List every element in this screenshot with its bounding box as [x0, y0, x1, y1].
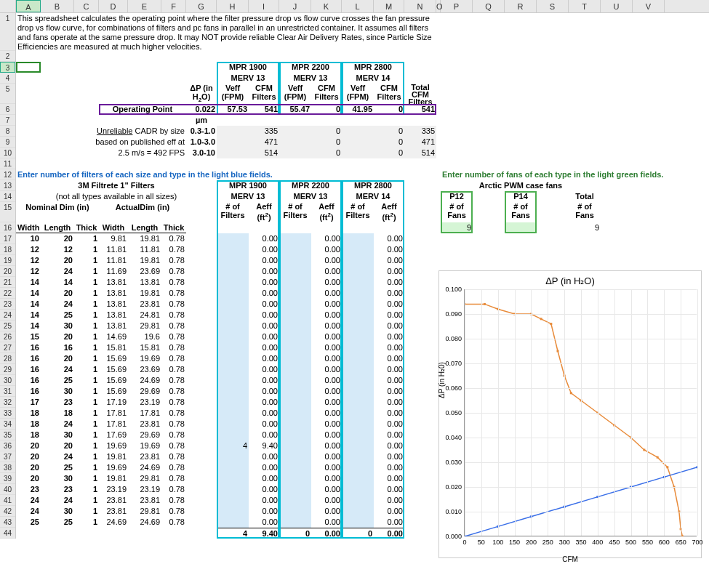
row-header-16[interactable]: 16: [0, 222, 15, 233]
row-header-21[interactable]: 21: [0, 277, 15, 288]
row-header-38[interactable]: 38: [0, 462, 15, 473]
row-header-3[interactable]: 3: [0, 62, 15, 73]
f3-15[interactable]: [342, 397, 374, 408]
f3-14[interactable]: [342, 386, 374, 397]
f1-10[interactable]: [217, 342, 249, 353]
row-header-9[interactable]: 9: [0, 137, 15, 148]
row-header-37[interactable]: 37: [0, 451, 15, 462]
f2-14[interactable]: [279, 386, 311, 397]
row-header-15[interactable]: 15: [0, 202, 15, 222]
f3-16[interactable]: [342, 408, 374, 419]
f2-7[interactable]: [279, 310, 311, 321]
f1-0[interactable]: [217, 233, 249, 244]
f3-21[interactable]: [342, 462, 374, 473]
row-header-12[interactable]: 12: [0, 169, 15, 180]
f2-3[interactable]: [279, 266, 311, 277]
f1-3[interactable]: [217, 266, 249, 277]
col-header-V[interactable]: V: [633, 0, 665, 12]
row-header-42[interactable]: 42: [0, 506, 15, 517]
row-header-13[interactable]: 13: [0, 180, 15, 191]
f2-24[interactable]: [279, 495, 311, 506]
col-header-Q[interactable]: Q: [473, 0, 505, 12]
f3-10[interactable]: [342, 342, 374, 353]
row-header-39[interactable]: 39: [0, 473, 15, 484]
row-header-20[interactable]: 20: [0, 266, 15, 277]
f3-4[interactable]: [342, 277, 374, 288]
col-header-R[interactable]: R: [505, 0, 537, 12]
f1-22[interactable]: [217, 473, 249, 484]
col-header-D[interactable]: D: [99, 0, 128, 12]
f1-11[interactable]: [217, 353, 249, 364]
f3-25[interactable]: [342, 506, 374, 517]
col-header-F[interactable]: F: [161, 0, 186, 12]
row-header-32[interactable]: 32: [0, 397, 15, 408]
row-header-22[interactable]: 22: [0, 288, 15, 299]
row-header-29[interactable]: 29: [0, 364, 15, 375]
f1-5[interactable]: [217, 288, 249, 299]
f2-22[interactable]: [279, 473, 311, 484]
f1-9[interactable]: [217, 331, 249, 342]
f1-8[interactable]: [217, 321, 249, 331]
row-header-17[interactable]: 17: [0, 233, 15, 244]
f2-20[interactable]: [279, 451, 311, 462]
f1-4[interactable]: [217, 277, 249, 288]
f1-7[interactable]: [217, 310, 249, 321]
f3-8[interactable]: [342, 321, 374, 331]
row-header-2[interactable]: 2: [0, 51, 15, 62]
col-header-T[interactable]: T: [569, 0, 601, 12]
row-header-6[interactable]: 6: [0, 104, 15, 115]
row-header-18[interactable]: 18: [0, 244, 15, 255]
f2-26[interactable]: [279, 517, 311, 528]
col-header-S[interactable]: S: [537, 0, 569, 12]
f2-0[interactable]: [279, 233, 311, 244]
fan-p14-input[interactable]: [505, 222, 537, 233]
col-header-J[interactable]: J: [279, 0, 311, 12]
f3-3[interactable]: [342, 266, 374, 277]
row-header-26[interactable]: 26: [0, 331, 15, 342]
f2-4[interactable]: [279, 277, 311, 288]
f2-5[interactable]: [279, 288, 311, 299]
row-header-8[interactable]: 8: [0, 126, 15, 137]
f3-24[interactable]: [342, 495, 374, 506]
f3-26[interactable]: [342, 517, 374, 528]
f2-15[interactable]: [279, 397, 311, 408]
f3-23[interactable]: [342, 484, 374, 495]
f2-13[interactable]: [279, 375, 311, 386]
row-header-43[interactable]: 43: [0, 517, 15, 528]
f2-12[interactable]: [279, 364, 311, 375]
f2-18[interactable]: [279, 430, 311, 440]
f2-21[interactable]: [279, 462, 311, 473]
f1-13[interactable]: [217, 375, 249, 386]
f1-25[interactable]: [217, 506, 249, 517]
col-header-I[interactable]: I: [249, 0, 279, 12]
selected-cell[interactable]: [16, 62, 41, 73]
f2-11[interactable]: [279, 353, 311, 364]
f1-15[interactable]: [217, 397, 249, 408]
f2-1[interactable]: [279, 244, 311, 255]
col-header-B[interactable]: B: [41, 0, 74, 12]
row-header-19[interactable]: 19: [0, 255, 15, 266]
fan-p12-input[interactable]: 9: [441, 222, 473, 233]
f3-1[interactable]: [342, 244, 374, 255]
col-header-M[interactable]: M: [374, 0, 404, 12]
row-header-31[interactable]: 31: [0, 386, 15, 397]
f2-10[interactable]: [279, 342, 311, 353]
f1-1[interactable]: [217, 244, 249, 255]
f3-22[interactable]: [342, 473, 374, 484]
row-header-36[interactable]: 36: [0, 440, 15, 451]
row-header-35[interactable]: 35: [0, 430, 15, 440]
f2-17[interactable]: [279, 419, 311, 430]
row-header-1[interactable]: 1: [0, 13, 15, 51]
col-header-U[interactable]: U: [601, 0, 633, 12]
f1-6[interactable]: [217, 299, 249, 310]
col-header-C[interactable]: C: [74, 0, 99, 12]
f2-8[interactable]: [279, 321, 311, 331]
row-header-40[interactable]: 40: [0, 484, 15, 495]
col-header-A[interactable]: A: [16, 0, 41, 12]
row-header-30[interactable]: 30: [0, 375, 15, 386]
col-header-E[interactable]: E: [128, 0, 161, 12]
f3-19[interactable]: [342, 440, 374, 451]
row-header-33[interactable]: 33: [0, 408, 15, 419]
f3-11[interactable]: [342, 353, 374, 364]
f3-9[interactable]: [342, 331, 374, 342]
